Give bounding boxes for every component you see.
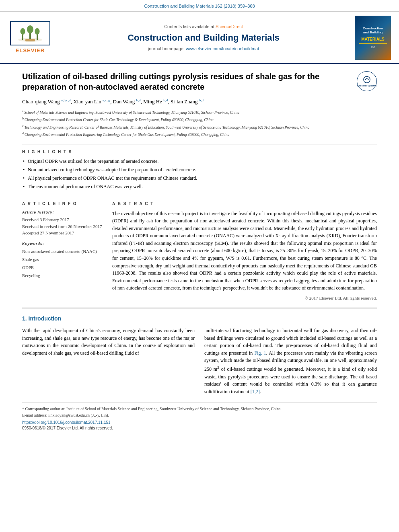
info-abstract-columns: A R T I C L E I N F O Article history: R…: [22, 201, 377, 302]
elsevier-tree-icon: [14, 25, 46, 43]
journal-cover-image: Construction and Building MATERIALS 162: [355, 16, 391, 60]
introduction-section: 1. Introduction With the rapid developme…: [22, 315, 377, 398]
article-info-column: A R T I C L E I N F O Article history: R…: [22, 201, 103, 302]
keywords-list: Non-autoclaved aerated concrete (NAAC) S…: [22, 248, 103, 279]
journal-ref-text: Construction and Building Materials 162 …: [144, 4, 255, 8]
affil-c: c Technology and Engineering Research Ce…: [22, 124, 377, 130]
intro-text-2: multi-interval fracturing technology in …: [204, 327, 377, 395]
cite-ref-1: [1,2]: [251, 389, 260, 394]
keywords-label: Keywords:: [22, 241, 103, 246]
affil-b: b Chongqing Environmental Protection Cen…: [22, 116, 377, 123]
star-footnote: * Corresponding author at: Institute of …: [22, 406, 377, 412]
article-title: Utilization of oil-based drilling cuttin…: [22, 71, 377, 92]
elsevier-logo-box: [10, 21, 50, 45]
svg-point-8: [364, 76, 370, 83]
intro-col-2: multi-interval fracturing technology in …: [204, 327, 377, 398]
keyword-3: ODPR: [22, 264, 103, 272]
email-footnote: E-mail address: linxiaoyan@swust.edu.cn …: [22, 413, 377, 418]
keyword-2: Shale gas: [22, 256, 103, 264]
check-updates-label: Check for updates: [357, 84, 376, 87]
svg-point-4: [21, 28, 25, 35]
abstract-label: A B S T R A C T: [112, 201, 377, 207]
highlight-4: The environmental performance of ONAAC w…: [22, 183, 377, 190]
abstract-column: A B S T R A C T The overall objective of…: [112, 201, 377, 302]
divider-2: [22, 196, 377, 196]
divider-1: [22, 144, 377, 144]
journal-title: Construction and Building Materials: [60, 32, 347, 44]
svg-rect-7: [25, 39, 35, 41]
keyword-1: Non-autoclaved aerated concrete (NAAC): [22, 248, 103, 256]
highlights-label: H I G H L I G H T S: [22, 149, 377, 155]
doi-line[interactable]: https://doi.org/10.1016/j.conbuildmat.20…: [22, 420, 377, 425]
article-info-label: A R T I C L E I N F O: [22, 201, 103, 207]
journal-header: ELSEVIER Contents lists available at Sci…: [0, 12, 399, 64]
check-updates-badge: Check for updates: [357, 71, 377, 91]
highlights-section: H I G H L I G H T S Original ODPR was ut…: [22, 149, 377, 190]
main-content: Utilization of oil-based drilling cuttin…: [0, 64, 399, 439]
introduction-heading: 1. Introduction: [22, 315, 377, 323]
authors-line: Chao-qiang Wang a,b,c,d, Xiao-yan Lin a,…: [22, 98, 377, 106]
intro-col-1: With the rapid development of China's ec…: [22, 327, 195, 398]
accepted-date: Accepted 27 November 2017: [22, 230, 103, 236]
affil-a: a School of Materials Science and Engine…: [22, 109, 377, 115]
cover-text-line3: MATERIALS: [361, 37, 385, 42]
fig1-ref: Fig. 1: [254, 350, 266, 356]
journal-homepage: journal homepage: www.elsevier.com/locat…: [60, 46, 347, 52]
highlight-2: Non-autoclaved curing technology was ado…: [22, 166, 377, 173]
elsevier-logo: ELSEVIER: [8, 21, 52, 54]
keywords-section: Keywords: Non-autoclaved aerated concret…: [22, 241, 103, 280]
received-date: Received 3 February 2017: [22, 216, 103, 223]
footnote-section: * Corresponding author at: Institute of …: [22, 403, 377, 431]
highlight-3: All physical performance of ODPR ONAAC m…: [22, 175, 377, 182]
elsevier-wordmark: ELSEVIER: [16, 47, 45, 54]
sciencedirect-link[interactable]: ScienceDirect: [216, 24, 243, 29]
divider-3: [22, 308, 377, 308]
highlight-1: Original ODPR was utilized for the prepa…: [22, 158, 377, 165]
svg-point-2: [27, 25, 33, 33]
copyright-line: © 2017 Elsevier Ltd. All rights reserved…: [112, 295, 377, 301]
intro-text-1: With the rapid development of China's ec…: [22, 327, 195, 357]
history-label: Article history:: [22, 210, 103, 215]
svg-point-6: [35, 28, 40, 35]
refresh-icon: [363, 76, 371, 84]
contents-line: Contents lists available at ScienceDirec…: [60, 24, 347, 30]
keyword-4: Recycling: [22, 272, 103, 280]
revised-date: Received in revised form 26 November 201…: [22, 223, 103, 230]
cover-text-line2: and Building: [363, 31, 383, 35]
affiliations: a School of Materials Science and Engine…: [22, 109, 377, 138]
affil-d: d Chongqing Environmental Protection Eng…: [22, 131, 377, 138]
introduction-columns: With the rapid development of China's ec…: [22, 327, 377, 398]
issn-line: 0950-0618/© 2017 Elsevier Ltd. All right…: [22, 425, 377, 431]
header-center: Contents lists available at ScienceDirec…: [52, 24, 355, 52]
abstract-text: The overall objective of this research p…: [112, 210, 377, 292]
journal-reference-bar: Construction and Building Materials 162 …: [0, 0, 399, 12]
article-history: Article history: Received 3 February 201…: [22, 210, 103, 236]
cover-text-line1: Construction: [363, 27, 383, 31]
homepage-url[interactable]: www.elsevier.com/locate/conbuildmat: [186, 46, 259, 51]
